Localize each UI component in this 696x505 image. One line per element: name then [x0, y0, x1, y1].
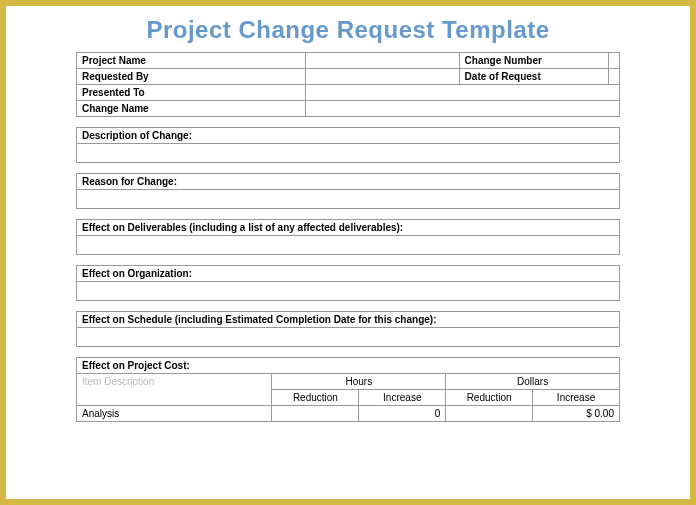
reason-section: Reason for Change: — [76, 173, 620, 209]
deliverables-body[interactable] — [77, 236, 619, 254]
dollars-header: Dollars — [446, 374, 620, 390]
item-description-header: Item Description — [77, 374, 272, 406]
requested-by-label: Requested By — [77, 69, 306, 85]
item-description-text: Item Description — [82, 376, 154, 387]
date-of-request-value[interactable] — [608, 69, 619, 85]
dollars-reduction-header: Reduction — [446, 390, 533, 406]
dollars-increase-header: Increase — [533, 390, 620, 406]
cost-header: Effect on Project Cost: — [77, 358, 620, 374]
analysis-hours-reduction[interactable] — [272, 406, 359, 422]
page-title: Project Change Request Template — [76, 16, 620, 44]
requested-by-value[interactable] — [305, 69, 459, 85]
info-table: Project Name Change Number Requested By … — [76, 52, 620, 117]
schedule-header: Effect on Schedule (including Estimated … — [77, 312, 619, 328]
deliverables-header: Effect on Deliverables (including a list… — [77, 220, 619, 236]
hours-reduction-header: Reduction — [272, 390, 359, 406]
reason-body[interactable] — [77, 190, 619, 208]
cost-table: Effect on Project Cost: Item Description… — [76, 357, 620, 422]
organization-section: Effect on Organization: — [76, 265, 620, 301]
date-of-request-label: Date of Request — [459, 69, 608, 85]
analysis-dollars-reduction[interactable] — [446, 406, 533, 422]
presented-to-label: Presented To — [77, 85, 306, 101]
analysis-label: Analysis — [77, 406, 272, 422]
presented-to-value[interactable] — [305, 85, 619, 101]
change-name-value[interactable] — [305, 101, 619, 117]
analysis-hours-increase[interactable]: 0 — [359, 406, 446, 422]
organization-header: Effect on Organization: — [77, 266, 619, 282]
project-name-value[interactable] — [305, 53, 459, 69]
content-area: Project Change Request Template Project … — [6, 6, 690, 422]
change-name-label: Change Name — [77, 101, 306, 117]
description-body[interactable] — [77, 144, 619, 162]
hours-increase-header: Increase — [359, 390, 446, 406]
hours-header: Hours — [272, 374, 446, 390]
document-frame: Project Change Request Template Project … — [0, 0, 696, 505]
deliverables-section: Effect on Deliverables (including a list… — [76, 219, 620, 255]
schedule-body[interactable] — [77, 328, 619, 346]
project-name-label: Project Name — [77, 53, 306, 69]
change-number-label: Change Number — [459, 53, 608, 69]
organization-body[interactable] — [77, 282, 619, 300]
description-header: Description of Change: — [77, 128, 619, 144]
change-number-value[interactable] — [608, 53, 619, 69]
analysis-dollars-increase[interactable]: $ 0.00 — [533, 406, 620, 422]
schedule-section: Effect on Schedule (including Estimated … — [76, 311, 620, 347]
description-section: Description of Change: — [76, 127, 620, 163]
reason-header: Reason for Change: — [77, 174, 619, 190]
